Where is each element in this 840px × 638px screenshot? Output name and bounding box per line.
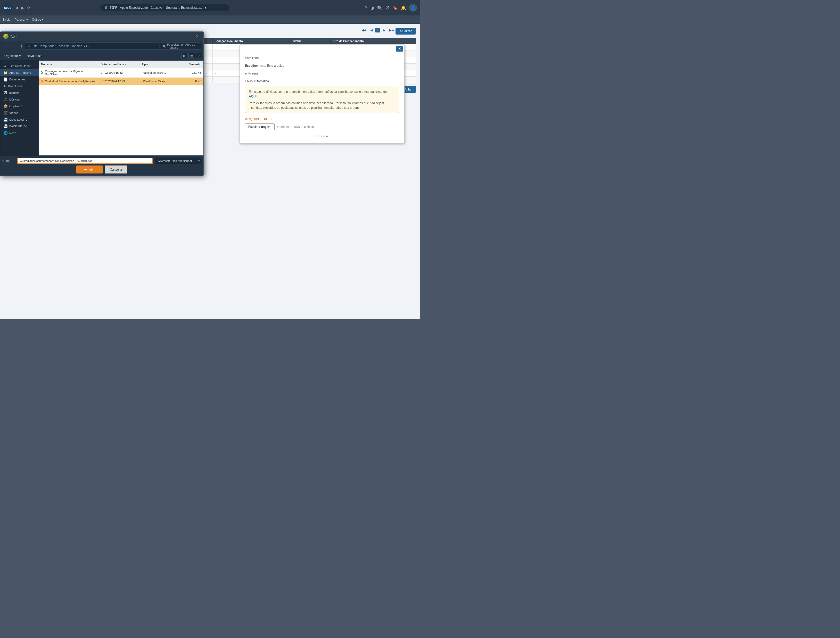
music-sidebar-icon: 🎵 bbox=[3, 98, 8, 101]
update-button[interactable]: Atualizar bbox=[396, 28, 416, 35]
name-field-label: Nome: bbox=[2, 159, 15, 163]
no-file-label: Nenhum arquivo escolhido bbox=[277, 125, 314, 129]
sidebar-music-label: Músicas bbox=[9, 98, 20, 101]
nav-inicio[interactable]: Início bbox=[3, 18, 11, 21]
page-prev-btn[interactable]: ◀ bbox=[369, 28, 374, 33]
sidebar-images-label: Imagens bbox=[8, 91, 19, 94]
page-first-btn[interactable]: ◀◀ bbox=[360, 28, 368, 33]
sidebar-item-network[interactable]: 🌐 Rede bbox=[0, 129, 39, 136]
col-date-header[interactable]: Data de modificação bbox=[98, 62, 140, 67]
view-grid-btn[interactable]: ⊞ bbox=[181, 53, 188, 59]
notification-icon[interactable]: 🔔 bbox=[401, 5, 406, 10]
sidebar-disk-c-label: Disco Local (C:) bbox=[9, 118, 29, 121]
sidebar-videos-label: Vídeos bbox=[9, 111, 18, 114]
file-type-1: Planilha do Micro... bbox=[140, 69, 181, 76]
view-help-btn[interactable]: ? bbox=[196, 53, 201, 59]
bookmark-icon[interactable]: 🔖 bbox=[393, 5, 398, 10]
nav-up-btn[interactable]: ↑ bbox=[19, 43, 24, 49]
filename-input[interactable] bbox=[17, 158, 153, 164]
col-name-header[interactable]: Nome ▲ bbox=[39, 62, 98, 67]
view-icons: ⊞ ▤ ? bbox=[181, 53, 201, 59]
sidebar-desktop-label: Área de Trabalho bbox=[9, 71, 31, 74]
sidebar-network-label: Rede bbox=[9, 131, 16, 134]
file-date-1: 07/02/2024 15:32 bbox=[98, 69, 140, 76]
back-icon[interactable]: ◀ bbox=[14, 5, 19, 11]
search-icon[interactable]: 🔍 bbox=[377, 5, 382, 10]
sidebar-downloads-label: Downloads bbox=[8, 85, 22, 88]
3d-sidebar-icon: 📦 bbox=[3, 104, 8, 108]
address-dropdown-icon[interactable]: ▾ bbox=[205, 6, 206, 9]
sidebar-item-3d[interactable]: 📦 Objetos 3D bbox=[0, 103, 39, 109]
address-bar[interactable]: 🏛 TJPR - Apoio Especializado - Cascavel … bbox=[100, 5, 229, 11]
choose-file-button[interactable]: Escolher arquivo bbox=[245, 123, 275, 130]
images-sidebar-icon: 🖼 bbox=[3, 91, 7, 95]
videos-sidebar-icon: 🎬 bbox=[3, 111, 8, 115]
nav-parecer[interactable]: Parecer ▾ bbox=[15, 18, 28, 21]
dialog-body: 🖥 Este Computador 📁 Área de Trabalho 📄 D… bbox=[0, 61, 204, 155]
sidebar-item-backup-d[interactable]: 💾 BACK-UP (D:) bbox=[0, 123, 39, 129]
sidebar-item-disk-c[interactable]: 💾 Disco Local (C:) bbox=[0, 116, 39, 123]
import-btn-row: Importar bbox=[245, 134, 399, 138]
excel-icon-1: X bbox=[41, 71, 43, 75]
dialog-toolbar: Organizar ▾ Nova pasta ⊞ ▤ ? bbox=[0, 51, 204, 61]
aqui-link[interactable]: AQUI bbox=[249, 95, 257, 98]
cancel-file-button[interactable]: Cancelar bbox=[105, 166, 127, 174]
downloads-sidebar-icon: ⬇ bbox=[3, 84, 6, 88]
sidebar-item-documents[interactable]: 📄 Documentos bbox=[0, 76, 39, 83]
sidebar-item-computer[interactable]: 🖥 Este Computador bbox=[0, 63, 39, 69]
sidebar-computer-label: Este Computador bbox=[8, 65, 31, 68]
help-icon[interactable]: ? bbox=[365, 5, 367, 10]
sidebar-item-downloads[interactable]: ⬇ Downloads bbox=[0, 83, 39, 90]
sidebar-item-videos[interactable]: 🎬 Vídeos bbox=[0, 109, 39, 116]
col-type-header[interactable]: Tipo bbox=[140, 62, 181, 67]
history-icon[interactable]: ⏱ bbox=[385, 5, 390, 10]
sidebar-item-images[interactable]: 🖼 Imagens bbox=[0, 90, 39, 96]
avatar[interactable]: 👤 bbox=[409, 4, 417, 12]
dialog-close-button[interactable]: ✕ bbox=[194, 33, 201, 39]
footer-name-row: Nome: Microsoft Excel Worksheet bbox=[2, 158, 201, 164]
nav-back-btn[interactable]: ← bbox=[2, 43, 9, 49]
page-current: 1 bbox=[375, 28, 381, 33]
file-chooser-row: Escolher arquivo Nenhum arquivo escolhid… bbox=[245, 123, 399, 130]
file-row-cronograma[interactable]: X Cronograma Fase II - Migracao DocSSeeu… bbox=[39, 68, 204, 77]
col-size-header[interactable]: Tamanho bbox=[181, 62, 204, 67]
dialog-nav-bar: ← → ↑ 🖥 Este Computador › Área de Trabal… bbox=[0, 41, 204, 51]
file-row-custodiado[interactable]: X CustodiadoDocumentacaoCivil_Requisic..… bbox=[39, 77, 204, 85]
file-open-dialog: Abrir ✕ ← → ↑ 🖥 Este Computador › Área d… bbox=[0, 32, 204, 176]
new-folder-btn[interactable]: Nova pasta bbox=[25, 53, 44, 59]
import-modal-header: X bbox=[240, 44, 404, 52]
nav-outros-label: Outros bbox=[32, 18, 41, 21]
computer-icon: 🖥 bbox=[27, 44, 30, 48]
path-dropdown-btn[interactable]: ▾ bbox=[83, 44, 85, 48]
arquivo-excel-title: ARQUIVO EXCEL bbox=[245, 117, 399, 121]
theme-icon[interactable]: ◑ bbox=[371, 5, 374, 10]
sidebar-item-desktop[interactable]: 📁 Área de Trabalho bbox=[0, 69, 39, 76]
page-next-btn[interactable]: ▶ bbox=[381, 28, 387, 33]
col-situacao: Situação Documento bbox=[212, 38, 291, 44]
path-refresh-btn[interactable]: ⟳ bbox=[86, 44, 89, 48]
import-button[interactable]: Importar bbox=[316, 134, 328, 138]
organize-arrow: ▾ bbox=[19, 54, 21, 58]
file-type-select[interactable]: Microsoft Excel Worksheet bbox=[155, 158, 201, 164]
sidebar-item-music[interactable]: 🎵 Músicas bbox=[0, 96, 39, 103]
search-bar[interactable]: 🔍 Pesquisar em Área de Trabalho bbox=[160, 43, 201, 50]
nav-outros[interactable]: Outros ▾ bbox=[32, 18, 44, 21]
page-last-btn[interactable]: ▶▶ bbox=[388, 28, 396, 33]
open-file-button[interactable]: ➡ Abrir bbox=[76, 166, 103, 174]
pagination: ◀◀ ◀ 1 ▶ ▶▶ bbox=[360, 28, 396, 33]
open-arrow-icon: ➡ bbox=[84, 167, 87, 172]
sidebar-documents-label: Documentos bbox=[9, 78, 25, 81]
nav-inicio-label: Início bbox=[3, 18, 11, 21]
reload-icon[interactable]: ⟳ bbox=[26, 5, 32, 11]
forward-icon[interactable]: ▶ bbox=[21, 5, 25, 11]
sidebar-backup-d-label: BACK-UP (D:) bbox=[9, 125, 27, 128]
footer-buttons-row: ➡ Abrir Cancelar bbox=[2, 166, 201, 174]
sort-arrow-icon: ▲ bbox=[50, 63, 53, 66]
view-list-btn[interactable]: ▤ bbox=[188, 53, 195, 59]
dialog-footer: Nome: Microsoft Excel Worksheet ➡ Abrir … bbox=[0, 155, 204, 175]
nav-forward-btn[interactable]: → bbox=[11, 43, 18, 49]
dialog-titlebar: Abrir ✕ bbox=[0, 32, 204, 41]
import-close-button[interactable]: X bbox=[396, 46, 403, 52]
col-erro: Erro de Preenchimento bbox=[330, 38, 415, 44]
organize-btn[interactable]: Organizar ▾ bbox=[2, 53, 23, 59]
